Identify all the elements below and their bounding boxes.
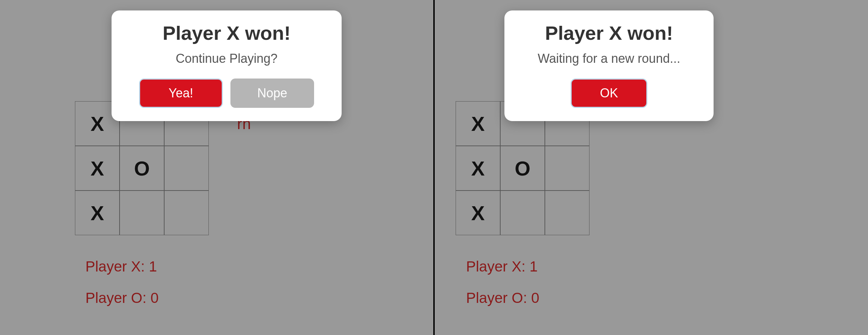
winner-dialog: Player X won! Continue Playing? Yea! Nop… [112, 10, 342, 121]
cell-2-1[interactable] [500, 191, 545, 235]
dialog-message: Continue Playing? [125, 51, 328, 66]
waiting-dialog: Player X won! Waiting for a new round...… [504, 10, 714, 121]
cell-1-0[interactable]: X [456, 146, 500, 191]
cell-2-1[interactable] [120, 191, 164, 235]
cell-2-0[interactable]: X [75, 191, 120, 235]
cell-2-2[interactable] [545, 191, 589, 235]
dialog-title: Player X won! [125, 22, 328, 44]
score-player-x: Player X: 1 [466, 258, 538, 275]
right-pane: X X O X Player X: 1 Player O: 0 Player X… [434, 0, 868, 335]
cell-2-0[interactable]: X [456, 191, 500, 235]
ok-button[interactable]: OK [571, 79, 647, 108]
dialog-button-row: OK [518, 79, 700, 108]
left-pane: X X O X rn Player X: 1 Player O: 0 Playe… [0, 0, 434, 335]
score-player-o: Player O: 0 [466, 290, 539, 306]
dialog-message: Waiting for a new round... [518, 51, 700, 66]
cell-1-2[interactable] [164, 146, 209, 191]
cell-1-2[interactable] [545, 146, 589, 191]
dialog-button-row: Yea! Nope [125, 79, 328, 108]
cell-1-0[interactable]: X [75, 146, 120, 191]
game-board: X X O X [456, 101, 589, 235]
no-button[interactable]: Nope [230, 79, 314, 108]
cell-2-2[interactable] [164, 191, 209, 235]
cell-0-0[interactable]: X [456, 101, 500, 146]
score-player-x: Player X: 1 [85, 258, 157, 275]
cell-1-1[interactable]: O [500, 146, 545, 191]
game-board: X X O X [75, 101, 209, 235]
yes-button[interactable]: Yea! [139, 79, 223, 108]
dialog-title: Player X won! [518, 22, 700, 44]
score-player-o: Player O: 0 [85, 290, 159, 306]
cell-1-1[interactable]: O [120, 146, 164, 191]
